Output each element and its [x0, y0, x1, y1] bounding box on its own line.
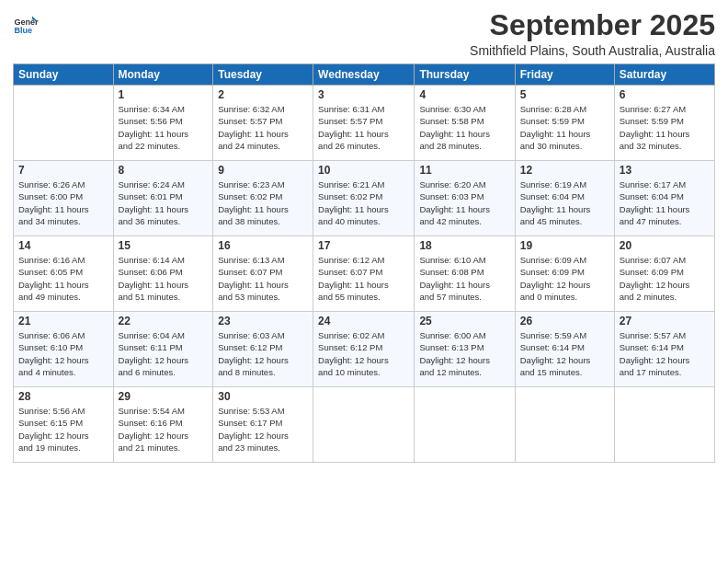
calendar-cell: 23Sunrise: 6:03 AM Sunset: 6:12 PM Dayli… — [213, 312, 313, 387]
svg-text:Blue: Blue — [14, 26, 32, 35]
calendar-cell: 30Sunrise: 5:53 AM Sunset: 6:17 PM Dayli… — [213, 387, 313, 463]
day-number: 30 — [218, 390, 308, 403]
day-info: Sunrise: 6:06 AM Sunset: 6:10 PM Dayligh… — [18, 329, 108, 378]
calendar-table: Sunday Monday Tuesday Wednesday Thursday… — [13, 63, 715, 463]
day-number: 14 — [18, 239, 108, 252]
day-number: 25 — [419, 315, 509, 327]
location: Smithfield Plains, South Australia, Aust… — [470, 43, 715, 58]
day-number: 29 — [119, 390, 209, 403]
calendar-cell: 15Sunrise: 6:14 AM Sunset: 6:06 PM Dayli… — [113, 236, 213, 312]
day-number: 12 — [520, 164, 609, 177]
day-number: 16 — [218, 239, 308, 252]
calendar-cell: 29Sunrise: 5:54 AM Sunset: 6:16 PM Dayli… — [113, 387, 213, 463]
day-info: Sunrise: 6:02 AM Sunset: 6:12 PM Dayligh… — [318, 329, 409, 378]
day-number: 3 — [318, 88, 409, 101]
day-info: Sunrise: 6:03 AM Sunset: 6:12 PM Dayligh… — [218, 329, 308, 378]
calendar-cell: 4Sunrise: 6:30 AM Sunset: 5:58 PM Daylig… — [415, 86, 515, 161]
day-number: 7 — [18, 164, 108, 177]
calendar-cell: 19Sunrise: 6:09 AM Sunset: 6:09 PM Dayli… — [515, 236, 614, 312]
calendar-cell: 17Sunrise: 6:12 AM Sunset: 6:07 PM Dayli… — [313, 236, 415, 312]
calendar-cell — [415, 387, 515, 463]
calendar-cell: 11Sunrise: 6:20 AM Sunset: 6:03 PM Dayli… — [415, 161, 515, 236]
calendar-cell: 20Sunrise: 6:07 AM Sunset: 6:09 PM Dayli… — [614, 236, 714, 312]
calendar-week-1: 1Sunrise: 6:34 AM Sunset: 5:56 PM Daylig… — [14, 86, 715, 161]
month-title: September 2025 — [470, 9, 715, 41]
day-info: Sunrise: 6:31 AM Sunset: 5:57 PM Dayligh… — [318, 103, 409, 152]
day-number: 22 — [119, 315, 209, 327]
calendar-cell — [313, 387, 415, 463]
day-number: 18 — [419, 239, 509, 252]
day-number: 19 — [520, 239, 609, 252]
day-info: Sunrise: 6:32 AM Sunset: 5:57 PM Dayligh… — [218, 103, 308, 152]
day-number: 11 — [419, 164, 509, 177]
calendar-cell: 2Sunrise: 6:32 AM Sunset: 5:57 PM Daylig… — [213, 86, 313, 161]
day-info: Sunrise: 6:10 AM Sunset: 6:08 PM Dayligh… — [419, 254, 509, 303]
logo-icon: General Blue — [13, 13, 39, 39]
day-number: 27 — [620, 315, 710, 327]
day-info: Sunrise: 6:28 AM Sunset: 5:59 PM Dayligh… — [520, 103, 609, 152]
calendar-cell: 24Sunrise: 6:02 AM Sunset: 6:12 PM Dayli… — [313, 312, 415, 387]
calendar-week-2: 7Sunrise: 6:26 AM Sunset: 6:00 PM Daylig… — [14, 161, 715, 236]
logo: General Blue — [13, 13, 40, 39]
day-info: Sunrise: 5:56 AM Sunset: 6:15 PM Dayligh… — [18, 405, 108, 454]
day-info: Sunrise: 6:23 AM Sunset: 6:02 PM Dayligh… — [218, 178, 308, 227]
calendar-cell: 9Sunrise: 6:23 AM Sunset: 6:02 PM Daylig… — [213, 161, 313, 236]
day-number: 13 — [620, 164, 710, 177]
day-info: Sunrise: 5:54 AM Sunset: 6:16 PM Dayligh… — [119, 405, 209, 454]
calendar-cell: 18Sunrise: 6:10 AM Sunset: 6:08 PM Dayli… — [415, 236, 515, 312]
day-number: 20 — [620, 239, 710, 252]
col-monday: Monday — [113, 64, 213, 86]
title-block: September 2025 Smithfield Plains, South … — [470, 9, 715, 58]
calendar-week-3: 14Sunrise: 6:16 AM Sunset: 6:05 PM Dayli… — [14, 236, 715, 312]
col-saturday: Saturday — [614, 64, 714, 86]
day-info: Sunrise: 6:20 AM Sunset: 6:03 PM Dayligh… — [419, 178, 509, 227]
day-info: Sunrise: 6:19 AM Sunset: 6:04 PM Dayligh… — [520, 178, 609, 227]
day-info: Sunrise: 6:27 AM Sunset: 5:59 PM Dayligh… — [620, 103, 710, 152]
day-number: 21 — [18, 315, 108, 327]
day-info: Sunrise: 6:21 AM Sunset: 6:02 PM Dayligh… — [318, 178, 409, 227]
day-number: 24 — [318, 315, 409, 327]
day-number: 23 — [218, 315, 308, 327]
calendar-cell: 13Sunrise: 6:17 AM Sunset: 6:04 PM Dayli… — [614, 161, 714, 236]
calendar-cell: 7Sunrise: 6:26 AM Sunset: 6:00 PM Daylig… — [14, 161, 114, 236]
day-info: Sunrise: 6:13 AM Sunset: 6:07 PM Dayligh… — [218, 254, 308, 303]
calendar-cell: 21Sunrise: 6:06 AM Sunset: 6:10 PM Dayli… — [14, 312, 114, 387]
svg-text:General: General — [14, 17, 39, 27]
calendar-week-5: 28Sunrise: 5:56 AM Sunset: 6:15 PM Dayli… — [14, 387, 715, 463]
day-number: 26 — [520, 315, 609, 327]
col-sunday: Sunday — [14, 64, 114, 86]
calendar-cell: 28Sunrise: 5:56 AM Sunset: 6:15 PM Dayli… — [14, 387, 114, 463]
day-info: Sunrise: 5:59 AM Sunset: 6:14 PM Dayligh… — [520, 329, 609, 378]
col-friday: Friday — [515, 64, 614, 86]
calendar-cell: 27Sunrise: 5:57 AM Sunset: 6:14 PM Dayli… — [614, 312, 714, 387]
day-info: Sunrise: 5:57 AM Sunset: 6:14 PM Dayligh… — [620, 329, 710, 378]
calendar-cell: 6Sunrise: 6:27 AM Sunset: 5:59 PM Daylig… — [614, 86, 714, 161]
calendar-cell — [14, 86, 114, 161]
day-number: 1 — [119, 88, 209, 101]
calendar-header-row: Sunday Monday Tuesday Wednesday Thursday… — [14, 64, 715, 86]
calendar-cell: 25Sunrise: 6:00 AM Sunset: 6:13 PM Dayli… — [415, 312, 515, 387]
page: General Blue September 2025 Smithfield P… — [0, 0, 728, 563]
day-info: Sunrise: 5:53 AM Sunset: 6:17 PM Dayligh… — [218, 405, 308, 454]
day-info: Sunrise: 6:09 AM Sunset: 6:09 PM Dayligh… — [520, 254, 609, 303]
col-wednesday: Wednesday — [313, 64, 415, 86]
day-number: 10 — [318, 164, 409, 177]
header: General Blue September 2025 Smithfield P… — [13, 9, 715, 58]
calendar-cell: 16Sunrise: 6:13 AM Sunset: 6:07 PM Dayli… — [213, 236, 313, 312]
day-number: 17 — [318, 239, 409, 252]
day-number: 9 — [218, 164, 308, 177]
day-info: Sunrise: 6:16 AM Sunset: 6:05 PM Dayligh… — [18, 254, 108, 303]
day-number: 6 — [620, 88, 710, 101]
calendar-cell: 14Sunrise: 6:16 AM Sunset: 6:05 PM Dayli… — [14, 236, 114, 312]
day-info: Sunrise: 6:00 AM Sunset: 6:13 PM Dayligh… — [419, 329, 509, 378]
day-info: Sunrise: 6:12 AM Sunset: 6:07 PM Dayligh… — [318, 254, 409, 303]
calendar-cell: 1Sunrise: 6:34 AM Sunset: 5:56 PM Daylig… — [113, 86, 213, 161]
calendar-cell: 3Sunrise: 6:31 AM Sunset: 5:57 PM Daylig… — [313, 86, 415, 161]
calendar-cell: 8Sunrise: 6:24 AM Sunset: 6:01 PM Daylig… — [113, 161, 213, 236]
day-info: Sunrise: 6:24 AM Sunset: 6:01 PM Dayligh… — [119, 178, 209, 227]
day-number: 28 — [18, 390, 108, 403]
day-info: Sunrise: 6:26 AM Sunset: 6:00 PM Dayligh… — [18, 178, 108, 227]
calendar-week-4: 21Sunrise: 6:06 AM Sunset: 6:10 PM Dayli… — [14, 312, 715, 387]
calendar-cell: 22Sunrise: 6:04 AM Sunset: 6:11 PM Dayli… — [113, 312, 213, 387]
day-number: 5 — [520, 88, 609, 101]
